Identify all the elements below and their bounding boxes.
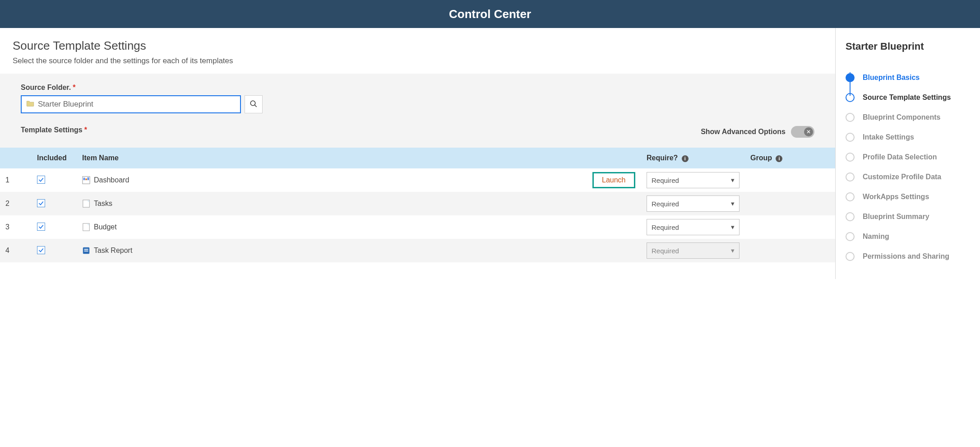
step-item[interactable]: Profile Data Selection: [846, 147, 970, 167]
chevron-down-icon: ▾: [731, 176, 735, 184]
require-select[interactable]: Required▾: [647, 219, 740, 235]
svg-point-0: [250, 101, 255, 106]
table-row: 1DashboardLaunchRequired▾: [0, 168, 835, 192]
launch-highlight: Launch: [592, 172, 635, 188]
require-select[interactable]: Required▾: [647, 196, 740, 212]
info-icon[interactable]: i: [682, 155, 689, 162]
step-circle: [846, 172, 855, 182]
item-name-cell: Task Report: [77, 239, 587, 262]
step-label: WorkApps Settings: [863, 193, 929, 201]
sidebar-title: Starter Blueprint: [846, 41, 970, 52]
sheet-icon: [82, 223, 90, 231]
report-icon: [82, 247, 90, 255]
included-checkbox[interactable]: [37, 176, 45, 184]
table-row: 4Task ReportRequired▾: [0, 239, 835, 262]
page-subtitle: Select the source folder and the setting…: [13, 56, 823, 65]
step-item[interactable]: Intake Settings: [846, 127, 970, 147]
launch-link[interactable]: Launch: [602, 176, 626, 184]
template-table: Included Item Name Require? i Group i 1D…: [0, 148, 835, 262]
svg-rect-4: [85, 179, 87, 181]
svg-rect-3: [83, 178, 85, 180]
main-column: Source Template Settings Select the sour…: [0, 28, 836, 279]
main-layout: Source Template Settings Select the sour…: [0, 28, 980, 279]
require-select[interactable]: Required▾: [647, 172, 740, 188]
step-circle: [846, 192, 855, 201]
app-header: Control Center: [0, 0, 980, 28]
col-require: Require? i: [641, 148, 745, 168]
included-checkbox[interactable]: [37, 246, 45, 254]
step-item[interactable]: Customize Profile Data: [846, 167, 970, 187]
advanced-options-toggle[interactable]: ✕: [791, 126, 814, 138]
advanced-options-wrap: Show Advanced Options ✕: [701, 126, 814, 138]
item-name-cell: Budget: [77, 215, 587, 239]
svg-rect-11: [84, 249, 88, 250]
row-number: 3: [0, 215, 32, 239]
row-number: 2: [0, 192, 32, 215]
step-label: Blueprint Basics: [863, 74, 920, 82]
source-folder-label: Source Folder. *: [21, 84, 814, 92]
require-value: Required: [652, 177, 679, 184]
included-checkbox[interactable]: [37, 199, 45, 207]
search-icon: [250, 100, 258, 109]
step-item[interactable]: WorkApps Settings: [846, 187, 970, 207]
svg-rect-12: [84, 251, 88, 251]
dashboard-icon: [82, 176, 90, 184]
item-name-cell: Dashboard: [77, 168, 587, 192]
sheet-icon: [82, 200, 90, 208]
template-settings-row: Template Settings * Show Advanced Option…: [21, 126, 814, 138]
step-label: Blueprint Components: [863, 113, 940, 121]
step-circle: [846, 252, 855, 261]
step-label: Naming: [863, 233, 889, 241]
require-value: Required: [652, 224, 679, 231]
require-value: Required: [652, 200, 679, 208]
step-label: Customize Profile Data: [863, 173, 941, 181]
step-item[interactable]: Blueprint Summary: [846, 207, 970, 227]
step-item[interactable]: Blueprint Basics: [846, 68, 970, 88]
item-name: Dashboard: [94, 176, 129, 184]
chevron-down-icon: ▾: [731, 247, 735, 255]
row-number: 4: [0, 239, 32, 262]
step-item[interactable]: Permissions and Sharing: [846, 247, 970, 266]
search-folder-button[interactable]: [245, 95, 263, 113]
source-folder-value: Starter Blueprint: [38, 100, 93, 109]
col-group: Group i: [745, 148, 835, 168]
step-label: Permissions and Sharing: [863, 252, 949, 261]
item-name: Tasks: [94, 200, 112, 207]
source-folder-input[interactable]: Starter Blueprint: [21, 95, 241, 113]
toggle-knob-off: ✕: [804, 127, 813, 136]
row-number: 1: [0, 168, 32, 192]
chevron-down-icon: ▾: [731, 223, 735, 231]
require-value: Required: [652, 247, 679, 255]
svg-rect-5: [88, 177, 89, 180]
col-included: Included: [32, 148, 77, 168]
chevron-down-icon: ▾: [731, 200, 735, 208]
step-item[interactable]: Blueprint Components: [846, 107, 970, 127]
page-head: Source Template Settings Select the sour…: [0, 28, 835, 74]
item-name: Budget: [94, 223, 117, 231]
step-circle: [846, 212, 855, 221]
step-circle: [846, 232, 855, 241]
step-label: Intake Settings: [863, 133, 914, 141]
step-item[interactable]: Naming: [846, 227, 970, 247]
step-item[interactable]: Source Template Settings: [846, 88, 970, 107]
require-select: Required▾: [647, 242, 740, 259]
item-name: Task Report: [94, 247, 132, 254]
step-label: Source Template Settings: [863, 93, 951, 102]
step-list: Blueprint BasicsSource Template Settings…: [846, 68, 970, 266]
included-checkbox[interactable]: [37, 223, 45, 231]
folder-icon: [26, 100, 34, 108]
table-row: 2TasksRequired▾: [0, 192, 835, 215]
required-asterisk: *: [84, 126, 87, 134]
form-area: Source Folder. * Starter Blueprint: [0, 74, 835, 148]
advanced-options-label: Show Advanced Options: [701, 128, 786, 136]
step-circle: [846, 133, 855, 142]
template-settings-label: Template Settings *: [21, 126, 87, 134]
info-icon[interactable]: i: [776, 155, 782, 162]
step-circle: [846, 113, 855, 122]
step-label: Blueprint Summary: [863, 213, 929, 221]
col-item-name: Item Name: [77, 148, 587, 168]
step-circle: [846, 153, 855, 162]
folder-row: Starter Blueprint: [21, 95, 814, 113]
page-title: Source Template Settings: [13, 39, 823, 53]
step-label: Profile Data Selection: [863, 153, 937, 161]
